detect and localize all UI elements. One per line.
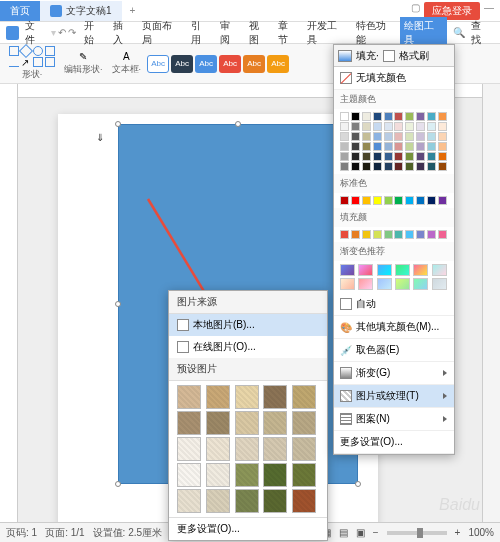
- color-swatch[interactable]: [362, 142, 371, 151]
- texture-swatch[interactable]: [206, 437, 230, 461]
- color-swatch[interactable]: [384, 112, 393, 121]
- texture-swatch[interactable]: [235, 489, 259, 513]
- textbox-group[interactable]: A 文本框·: [109, 51, 145, 76]
- color-swatch[interactable]: [416, 132, 425, 141]
- more-fill-colors[interactable]: 🎨 其他填充颜色(M)...: [334, 316, 454, 339]
- color-swatch[interactable]: [384, 152, 393, 161]
- texture-swatch[interactable]: [206, 411, 230, 435]
- color-swatch[interactable]: [438, 162, 447, 171]
- format-brush-label[interactable]: 格式刷: [399, 49, 429, 63]
- more-fill-settings[interactable]: 更多设置(O)...: [334, 431, 454, 454]
- color-swatch[interactable]: [427, 196, 436, 205]
- color-swatch[interactable]: [416, 112, 425, 121]
- color-swatch[interactable]: [394, 122, 403, 131]
- texture-swatch[interactable]: [235, 437, 259, 461]
- gradient-swatch[interactable]: [395, 278, 410, 290]
- color-swatch[interactable]: [405, 196, 414, 205]
- style-swatch[interactable]: Abc: [267, 55, 289, 73]
- color-swatch[interactable]: [362, 230, 371, 239]
- color-swatch[interactable]: [351, 122, 360, 131]
- texture-swatch[interactable]: [263, 411, 287, 435]
- color-swatch[interactable]: [438, 196, 447, 205]
- color-swatch[interactable]: [351, 196, 360, 205]
- gradient-swatch[interactable]: [358, 264, 373, 276]
- view-icon[interactable]: ▤: [339, 527, 348, 538]
- texture-swatch[interactable]: [263, 385, 287, 409]
- color-swatch[interactable]: [405, 152, 414, 161]
- color-swatch[interactable]: [373, 142, 382, 151]
- style-swatch[interactable]: Abc: [147, 55, 169, 73]
- texture-swatch[interactable]: [177, 489, 201, 513]
- color-swatch[interactable]: [394, 162, 403, 171]
- color-swatch[interactable]: [427, 162, 436, 171]
- color-swatch[interactable]: [416, 230, 425, 239]
- gradient-swatch[interactable]: [413, 278, 428, 290]
- toolbar-icon[interactable]: ↶: [58, 27, 66, 38]
- texture-swatch[interactable]: [177, 437, 201, 461]
- color-swatch[interactable]: [394, 132, 403, 141]
- fill-bucket-icon[interactable]: [338, 50, 352, 62]
- color-swatch[interactable]: [405, 112, 414, 121]
- color-swatch[interactable]: [416, 122, 425, 131]
- color-swatch[interactable]: [373, 162, 382, 171]
- color-swatch[interactable]: [438, 132, 447, 141]
- color-swatch[interactable]: [373, 230, 382, 239]
- gradient-swatch[interactable]: [377, 278, 392, 290]
- texture-swatch[interactable]: [263, 489, 287, 513]
- zoom-value[interactable]: 100%: [468, 527, 494, 538]
- resize-handle[interactable]: [115, 301, 121, 307]
- resize-handle[interactable]: [115, 481, 121, 487]
- menu-view[interactable]: 视图: [245, 17, 272, 49]
- color-swatch[interactable]: [384, 162, 393, 171]
- texture-swatch[interactable]: [263, 463, 287, 487]
- color-swatch[interactable]: [427, 112, 436, 121]
- color-swatch[interactable]: [373, 196, 382, 205]
- texture-swatch[interactable]: [206, 385, 230, 409]
- color-swatch[interactable]: [351, 152, 360, 161]
- add-tab-button[interactable]: +: [122, 5, 144, 16]
- format-brush-icon[interactable]: [383, 50, 395, 62]
- texture-option[interactable]: 图片或纹理(T): [334, 385, 454, 408]
- texture-swatch[interactable]: [177, 411, 201, 435]
- color-swatch[interactable]: [362, 122, 371, 131]
- color-swatch[interactable]: [438, 122, 447, 131]
- texture-swatch[interactable]: [177, 385, 201, 409]
- eyedropper-option[interactable]: 💉 取色器(E): [334, 339, 454, 362]
- color-swatch[interactable]: [384, 230, 393, 239]
- gradient-swatch[interactable]: [432, 264, 447, 276]
- color-swatch[interactable]: [373, 132, 382, 141]
- color-swatch[interactable]: [362, 112, 371, 121]
- no-fill-option[interactable]: 无填充颜色: [334, 67, 454, 90]
- color-swatch[interactable]: [427, 230, 436, 239]
- app-icon[interactable]: [6, 26, 19, 40]
- color-swatch[interactable]: [340, 230, 349, 239]
- menu-layout[interactable]: 页面布局: [138, 17, 184, 49]
- color-swatch[interactable]: [394, 196, 403, 205]
- color-swatch[interactable]: [340, 122, 349, 131]
- style-swatch[interactable]: Abc: [243, 55, 265, 73]
- texture-swatch[interactable]: [206, 489, 230, 513]
- shape-group[interactable]: ↗ 形状·: [6, 46, 58, 81]
- color-swatch[interactable]: [340, 112, 349, 121]
- texture-swatch[interactable]: [263, 437, 287, 461]
- color-swatch[interactable]: [373, 152, 382, 161]
- color-swatch[interactable]: [405, 122, 414, 131]
- menu-chapter[interactable]: 章节: [274, 17, 301, 49]
- style-swatch[interactable]: Abc: [219, 55, 241, 73]
- color-swatch[interactable]: [373, 122, 382, 131]
- color-swatch[interactable]: [394, 152, 403, 161]
- color-swatch[interactable]: [351, 230, 360, 239]
- more-texture-settings[interactable]: 更多设置(O)...: [169, 517, 327, 540]
- color-swatch[interactable]: [362, 162, 371, 171]
- zoom-slider[interactable]: [387, 531, 447, 535]
- texture-swatch[interactable]: [292, 489, 316, 513]
- color-swatch[interactable]: [384, 196, 393, 205]
- gradient-swatch[interactable]: [395, 264, 410, 276]
- color-swatch[interactable]: [351, 112, 360, 121]
- color-swatch[interactable]: [427, 122, 436, 131]
- gradient-swatch[interactable]: [340, 264, 355, 276]
- texture-swatch[interactable]: [292, 411, 316, 435]
- resize-handle[interactable]: [235, 121, 241, 127]
- color-swatch[interactable]: [340, 152, 349, 161]
- color-swatch[interactable]: [427, 132, 436, 141]
